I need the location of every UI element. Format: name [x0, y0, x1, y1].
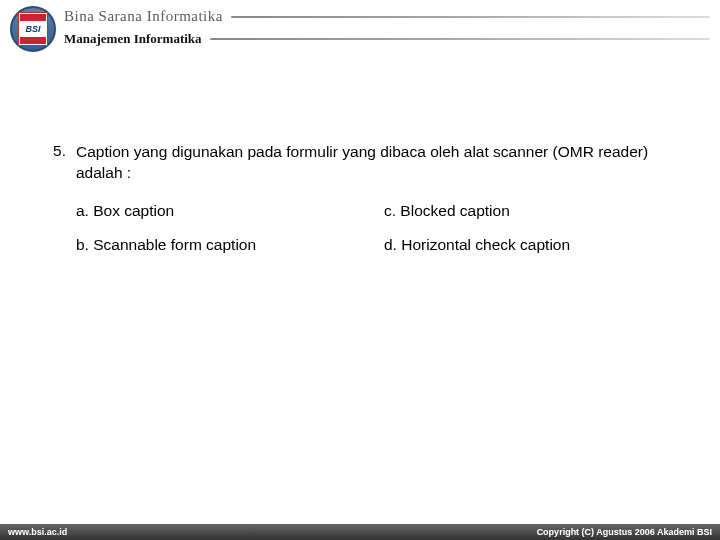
option-c: c. Blocked caption — [384, 202, 672, 220]
question-text: Caption yang digunakan pada formulir yan… — [76, 142, 672, 184]
bsi-logo: BSI — [10, 6, 56, 52]
footer-url: www.bsi.ac.id — [8, 527, 67, 537]
option-d: d. Horizontal check caption — [384, 236, 672, 254]
logo-text: BSI — [20, 25, 46, 34]
dept-line: Manajemen Informatika — [64, 31, 710, 47]
slide-footer: www.bsi.ac.id Copyright (C) Agustus 2006… — [0, 524, 720, 540]
header-text-block: Bina Sarana Informatika Manajemen Inform… — [64, 6, 710, 47]
bsi-logo-inner: BSI — [18, 12, 48, 46]
question-row: 5. Caption yang digunakan pada formulir … — [48, 142, 672, 184]
options-grid: a. Box caption c. Blocked caption b. Sca… — [76, 202, 672, 254]
option-b: b. Scannable form caption — [76, 236, 364, 254]
option-a: a. Box caption — [76, 202, 364, 220]
org-line: Bina Sarana Informatika — [64, 8, 710, 25]
question-number: 5. — [48, 142, 76, 160]
slide-content: 5. Caption yang digunakan pada formulir … — [0, 62, 720, 254]
org-name: Bina Sarana Informatika — [64, 8, 223, 25]
footer-copyright: Copyright (C) Agustus 2006 Akademi BSI — [537, 527, 712, 537]
department-name: Manajemen Informatika — [64, 31, 202, 47]
dept-rule — [210, 38, 710, 40]
slide-header: BSI Bina Sarana Informatika Manajemen In… — [0, 0, 720, 62]
org-rule — [231, 16, 710, 18]
